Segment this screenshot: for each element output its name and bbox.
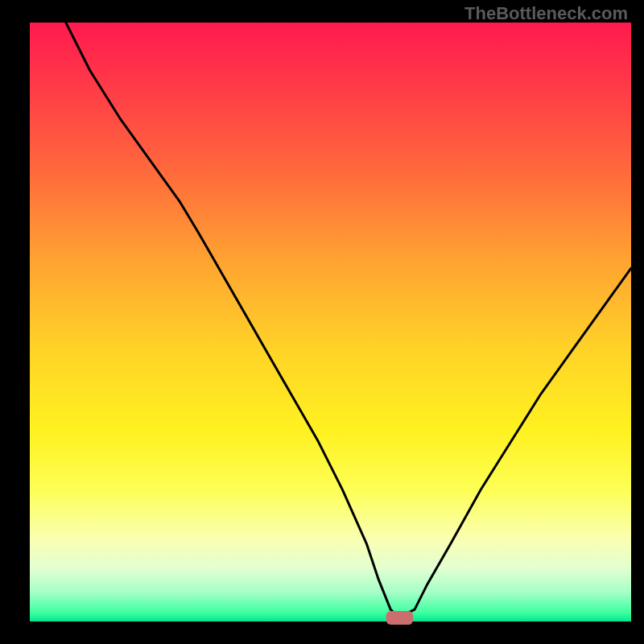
bottleneck-chart — [0, 0, 644, 644]
optimal-marker — [386, 611, 414, 625]
watermark-text: TheBottleneck.com — [464, 3, 628, 24]
plot-background — [30, 23, 631, 621]
chart-container: { "watermark": "TheBottleneck.com", "cha… — [0, 0, 644, 644]
